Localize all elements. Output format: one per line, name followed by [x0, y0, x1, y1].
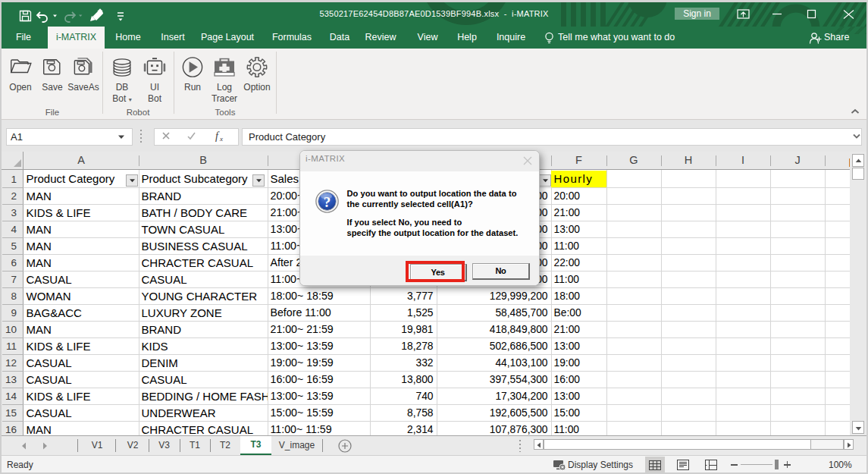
svg-text:?: ? — [324, 194, 331, 210]
svg-text:x: x — [219, 135, 223, 143]
